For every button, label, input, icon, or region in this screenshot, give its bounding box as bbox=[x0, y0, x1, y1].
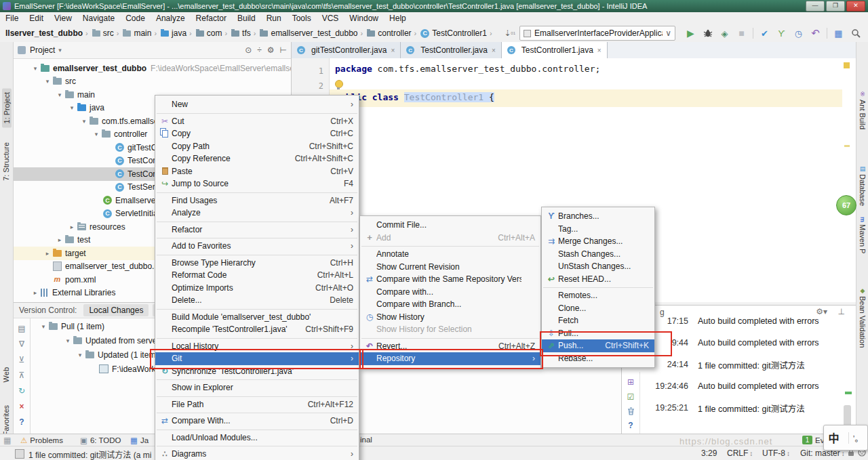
tool-button-maven[interactable]: mMaven P bbox=[859, 217, 867, 253]
menu-refactor[interactable]: Refactor bbox=[191, 14, 232, 23]
ime-punctuation-indicator[interactable]: ’。 bbox=[848, 432, 863, 444]
context-menu-item-jump-to-source[interactable]: Jump to SourceF4 bbox=[155, 177, 359, 190]
coverage-button[interactable]: ◈ bbox=[716, 26, 733, 40]
chevron-down-icon[interactable] bbox=[42, 78, 53, 85]
log-row[interactable]: 19:25:211 file committed: git测试方法 bbox=[642, 402, 838, 414]
context-menu-item-delete[interactable]: Delete...Delete bbox=[155, 294, 359, 307]
encoding-widget[interactable]: UTF-8↕ bbox=[762, 448, 790, 458]
context-menu-item-file-path[interactable]: File PathCtrl+Alt+F12 bbox=[155, 398, 359, 411]
log-row[interactable]: 9:44Auto build completed with errors bbox=[642, 337, 838, 349]
chevron-down-icon[interactable]: ▾ bbox=[58, 47, 62, 54]
context-menu-item-copy[interactable]: CopyCtrl+C bbox=[155, 127, 359, 140]
git-menu-item-repository[interactable]: Repository bbox=[360, 352, 540, 365]
menu-view[interactable]: View bbox=[49, 14, 77, 23]
repo-menu-item-pull[interactable]: Pull... bbox=[542, 327, 654, 340]
menu-file[interactable]: File bbox=[0, 14, 24, 23]
context-menu-item-copy-reference[interactable]: Copy ReferenceCtrl+Alt+Shift+C bbox=[155, 152, 359, 165]
menu-build[interactable]: Build bbox=[232, 14, 261, 23]
chevron-right-icon[interactable] bbox=[66, 224, 77, 230]
filter-icon[interactable]: ∇ bbox=[14, 339, 30, 349]
chevron-down-icon[interactable] bbox=[62, 337, 73, 344]
close-button[interactable]: ✕ bbox=[846, 1, 865, 12]
tab-gittestcontroller[interactable]: gitTestController.java× bbox=[292, 42, 401, 58]
inspection-marker[interactable] bbox=[844, 62, 850, 68]
locate-icon[interactable]: ⊙ bbox=[245, 45, 252, 55]
run-button[interactable]: ▶ bbox=[682, 26, 699, 40]
tab-local-changes[interactable]: Local Changes bbox=[83, 304, 149, 316]
tool-button-web[interactable]: Web bbox=[2, 367, 10, 382]
close-icon[interactable]: × bbox=[597, 47, 601, 54]
git-menu-item-compare-same-repository[interactable]: Compare with the Same Repository Version bbox=[360, 273, 540, 286]
chevron-right-icon[interactable] bbox=[30, 289, 41, 296]
menu-code[interactable]: Code bbox=[120, 14, 151, 23]
menu-window[interactable]: Window bbox=[344, 14, 384, 23]
vcs-branch-button[interactable]: ϒ bbox=[773, 26, 790, 40]
chevron-right-icon[interactable] bbox=[54, 236, 65, 243]
repo-menu-item-merge-changes[interactable]: Merge Changes... bbox=[542, 235, 654, 248]
grid-view-button[interactable]: ▦ bbox=[830, 26, 847, 40]
context-menu-item-new[interactable]: New bbox=[155, 98, 359, 111]
chevron-down-icon[interactable] bbox=[91, 131, 102, 138]
refresh-icon[interactable]: ↻ bbox=[14, 386, 30, 396]
caret-position[interactable]: 3:29 bbox=[701, 448, 717, 458]
tab-testcontroller[interactable]: TestController.java× bbox=[401, 42, 502, 58]
context-menu-item-compare-with[interactable]: Compare With...Ctrl+D bbox=[155, 415, 359, 427]
breadcrumb-com[interactable]: com› bbox=[196, 28, 230, 38]
breadcrumb-controller[interactable]: controller› bbox=[367, 28, 419, 38]
close-icon[interactable]: × bbox=[391, 47, 395, 54]
repo-menu-item-reset-head[interactable]: Reset HEAD... bbox=[542, 273, 654, 286]
breadcrumb-main[interactable]: main› bbox=[123, 28, 159, 38]
log-row[interactable]: 17:15Auto build completed with errors bbox=[642, 315, 838, 327]
log-row[interactable]: 24:141 file committed: git测试方法 bbox=[642, 358, 838, 371]
repo-menu-item-rebase[interactable]: Rebase... bbox=[542, 352, 654, 365]
context-menu-item-git[interactable]: Git bbox=[155, 352, 359, 365]
git-menu-item-show-history[interactable]: Show History bbox=[360, 311, 540, 324]
chevron-right-icon[interactable] bbox=[42, 250, 53, 257]
help-icon[interactable]: ? bbox=[622, 421, 639, 430]
menu-navigate[interactable]: Navigate bbox=[77, 14, 120, 23]
context-menu-item-find-usages[interactable]: Find UsagesAlt+F7 bbox=[155, 194, 359, 207]
context-menu-item-show-in-explorer[interactable]: Show in Explorer bbox=[155, 381, 359, 394]
context-menu-item-load-unload-modules[interactable]: Load/Unload Modules... bbox=[155, 432, 359, 444]
tab-testcontroller1[interactable]: TestController1.java× bbox=[502, 42, 608, 58]
menu-tools[interactable]: Tools bbox=[287, 14, 317, 23]
mark-read-icon[interactable]: ☑ bbox=[622, 392, 639, 402]
help-icon[interactable]: ? bbox=[14, 417, 30, 427]
tool-button-structure[interactable]: 7: Structure bbox=[2, 142, 10, 181]
context-menu-item-optimize-imports[interactable]: Optimize ImportsCtrl+Alt+O bbox=[155, 282, 359, 295]
breadcrumb-tfs[interactable]: tfs› bbox=[231, 28, 258, 38]
chevron-down-icon[interactable] bbox=[75, 352, 85, 358]
menu-help[interactable]: Help bbox=[384, 14, 412, 23]
context-menu-item-refactor[interactable]: Refactor bbox=[155, 224, 359, 236]
tree-item-module[interactable]: emallserver_test_dubboF:\ideaWorkSpace\E… bbox=[14, 62, 291, 75]
chevron-down-icon[interactable] bbox=[79, 118, 90, 125]
dock-icon[interactable]: ⊥ bbox=[838, 307, 845, 316]
context-menu-item-recompile[interactable]: Recompile 'TestController1.java'Ctrl+Shi… bbox=[155, 323, 359, 336]
tool-button-problems[interactable]: ⚠Problems bbox=[20, 436, 63, 445]
numbered-sort-icon[interactable]: ⇣01 bbox=[504, 28, 515, 38]
context-menu-item-reformat-code[interactable]: Reformat CodeCtrl+Alt+L bbox=[155, 269, 359, 282]
git-menu-item-annotate[interactable]: Annotate bbox=[360, 248, 540, 261]
git-menu-item-commit-file[interactable]: Commit File... bbox=[360, 219, 540, 232]
open-notifications-icon[interactable]: ⊞ bbox=[622, 377, 639, 387]
breadcrumb-src[interactable]: src› bbox=[92, 28, 122, 38]
tree-item-src[interactable]: src bbox=[14, 75, 291, 89]
context-menu-item-cut[interactable]: CutCtrl+X bbox=[155, 115, 359, 128]
project-panel-title[interactable]: Project bbox=[30, 45, 55, 55]
notification-balloon[interactable]: 67 bbox=[836, 195, 856, 215]
ime-indicator[interactable]: 中 ’。 bbox=[823, 425, 868, 451]
tool-button-java-enterprise[interactable]: ▦Ja bbox=[130, 436, 149, 445]
context-menu-item-browse-type-hierarchy[interactable]: Browse Type HierarchyCtrl+H bbox=[155, 257, 359, 270]
chevron-down-icon[interactable] bbox=[66, 104, 77, 111]
repo-menu-item-unstash-changes[interactable]: UnStash Changes... bbox=[542, 260, 654, 273]
minimize-button[interactable]: — bbox=[806, 1, 825, 12]
tool-windows-icon[interactable]: ▦ bbox=[3, 436, 11, 445]
collapse-all-icon[interactable]: ⊼ bbox=[14, 371, 30, 380]
rollback-button[interactable]: ↶ bbox=[807, 26, 824, 40]
menu-analyze[interactable]: Analyze bbox=[151, 14, 191, 23]
trash-icon[interactable] bbox=[622, 407, 639, 415]
git-menu-item-compare-with[interactable]: Compare with... bbox=[360, 286, 540, 299]
close-icon[interactable]: × bbox=[492, 47, 496, 54]
line-separator-widget[interactable]: CRLF↕ bbox=[727, 448, 753, 458]
repo-menu-item-branches[interactable]: Branches... bbox=[542, 210, 654, 223]
